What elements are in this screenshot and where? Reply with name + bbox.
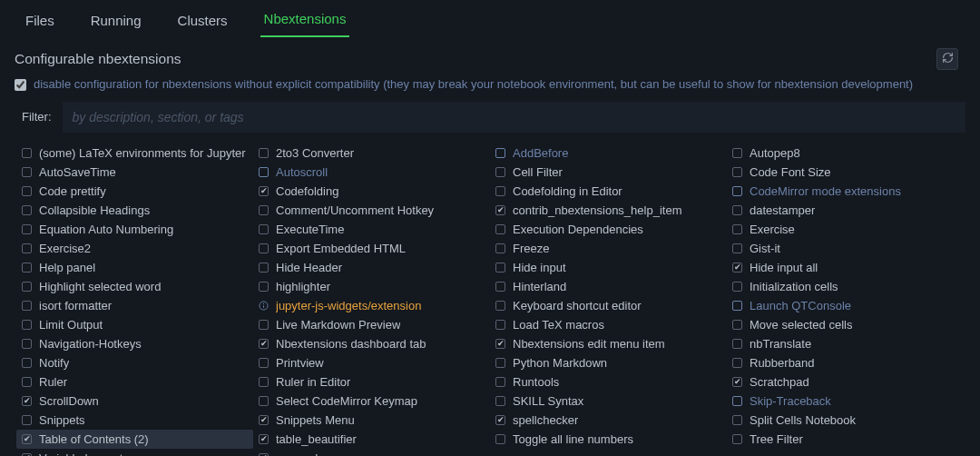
extension-row[interactable]: Exercise <box>727 220 964 239</box>
extension-checkbox[interactable] <box>495 396 505 406</box>
extension-row[interactable]: Autoscroll <box>253 163 490 182</box>
extension-checkbox[interactable] <box>732 320 742 330</box>
extension-checkbox[interactable] <box>22 243 32 253</box>
extension-row[interactable]: Code prettify <box>16 182 253 201</box>
extension-row[interactable]: Snippets Menu <box>253 411 490 430</box>
extension-row[interactable]: 2to3 Converter <box>253 144 490 163</box>
extension-checkbox[interactable] <box>495 320 505 330</box>
extension-checkbox[interactable] <box>22 434 32 444</box>
extension-row[interactable]: Navigation-Hotkeys <box>16 334 253 353</box>
extension-row[interactable]: spellchecker <box>490 411 727 430</box>
extension-row[interactable]: Help panel <box>16 258 253 277</box>
extension-row[interactable]: Snippets <box>16 411 253 430</box>
extension-checkbox[interactable] <box>495 358 505 368</box>
extension-checkbox[interactable] <box>259 339 269 349</box>
extension-checkbox[interactable] <box>732 224 742 234</box>
extension-row[interactable]: Code Font Size <box>727 163 964 182</box>
extension-row[interactable]: Move selected cells <box>727 315 964 334</box>
extension-checkbox[interactable] <box>495 434 505 444</box>
tab-running[interactable]: Running <box>87 9 145 37</box>
extension-row[interactable]: Gist-it <box>727 239 964 258</box>
extension-checkbox[interactable] <box>22 186 32 196</box>
extension-row[interactable]: Nbextensions dashboard tab <box>253 334 490 353</box>
extension-checkbox[interactable] <box>22 282 32 292</box>
extension-row[interactable]: Hinterland <box>490 277 727 296</box>
extension-checkbox[interactable] <box>22 320 32 330</box>
extension-checkbox[interactable] <box>22 148 32 158</box>
extension-row[interactable]: datestamper <box>727 201 964 220</box>
extension-checkbox[interactable] <box>732 186 742 196</box>
extension-row[interactable]: Rubberband <box>727 353 964 372</box>
extension-checkbox[interactable] <box>732 339 742 349</box>
extension-row[interactable]: Execution Dependencies <box>490 220 727 239</box>
extension-row[interactable]: Hide Header <box>253 258 490 277</box>
extension-checkbox[interactable] <box>259 205 269 215</box>
extension-checkbox[interactable] <box>259 224 269 234</box>
extension-row[interactable]: Equation Auto Numbering <box>16 220 253 239</box>
extension-checkbox[interactable] <box>495 339 505 349</box>
extension-row[interactable]: Table of Contents (2) <box>16 430 253 449</box>
extension-checkbox[interactable] <box>259 377 269 387</box>
extension-checkbox[interactable] <box>22 205 32 215</box>
extension-checkbox[interactable] <box>495 263 505 273</box>
extension-checkbox[interactable] <box>259 263 269 273</box>
extension-checkbox[interactable] <box>259 282 269 292</box>
extension-checkbox[interactable] <box>732 377 742 387</box>
extension-row[interactable]: Select CodeMirror Keymap <box>253 392 490 411</box>
extension-checkbox[interactable] <box>22 396 32 406</box>
extension-row[interactable]: nbTranslate <box>727 334 964 353</box>
extension-checkbox[interactable] <box>259 148 269 158</box>
compat-label[interactable]: disable configuration for nbextensions w… <box>34 77 913 93</box>
extension-row[interactable]: Export Embedded HTML <box>253 239 490 258</box>
extension-row[interactable]: Freeze <box>490 239 727 258</box>
extension-row[interactable]: Comment/Uncomment Hotkey <box>253 201 490 220</box>
extension-checkbox[interactable] <box>495 186 505 196</box>
extension-row[interactable]: jupyter-js-widgets/extension <box>253 296 490 315</box>
extension-checkbox[interactable] <box>732 301 742 311</box>
extension-checkbox[interactable] <box>259 415 269 425</box>
tab-files[interactable]: Files <box>22 9 58 37</box>
extension-checkbox[interactable] <box>22 358 32 368</box>
tab-nbextensions[interactable]: Nbextensions <box>260 7 350 37</box>
extension-checkbox[interactable] <box>259 167 269 177</box>
extension-checkbox[interactable] <box>732 167 742 177</box>
filter-input[interactable] <box>63 102 966 133</box>
extension-checkbox[interactable] <box>495 224 505 234</box>
extension-row[interactable]: Ruler in Editor <box>253 372 490 392</box>
extension-row[interactable]: Split Cells Notebook <box>727 411 964 430</box>
extension-checkbox[interactable] <box>259 434 269 444</box>
extension-row[interactable]: Python Markdown <box>490 353 727 372</box>
extension-checkbox[interactable] <box>732 434 742 444</box>
extension-row[interactable]: SKILL Syntax <box>490 392 727 411</box>
extension-row[interactable]: Nbextensions edit menu item <box>490 334 727 353</box>
extension-checkbox[interactable] <box>22 301 32 311</box>
extension-row[interactable]: CodeMirror mode extensions <box>727 182 964 201</box>
extension-row[interactable]: Toggle all line numbers <box>490 430 727 449</box>
extension-row[interactable]: Hide input all <box>727 258 964 277</box>
extension-row[interactable]: Codefolding in Editor <box>490 182 727 201</box>
extension-row[interactable]: Collapsible Headings <box>16 201 253 220</box>
extension-checkbox[interactable] <box>259 243 269 253</box>
extension-checkbox[interactable] <box>495 148 505 158</box>
extension-row[interactable]: Scratchpad <box>727 372 964 392</box>
extension-row[interactable]: Hide input <box>490 258 727 277</box>
extension-row[interactable]: (some) LaTeX environments for Jupyter <box>16 144 253 163</box>
extension-checkbox[interactable] <box>495 301 505 311</box>
extension-checkbox[interactable] <box>259 396 269 406</box>
extension-row[interactable]: contrib_nbextensions_help_item <box>490 201 727 220</box>
extension-row[interactable]: Limit Output <box>16 315 253 334</box>
extension-row[interactable]: Cell Filter <box>490 163 727 182</box>
extension-checkbox[interactable] <box>495 243 505 253</box>
extension-row[interactable]: Load TeX macros <box>490 315 727 334</box>
extension-row[interactable]: ExecuteTime <box>253 220 490 239</box>
extension-row[interactable]: isort formatter <box>16 296 253 315</box>
extension-row[interactable]: Notify <box>16 353 253 372</box>
extension-checkbox[interactable] <box>259 320 269 330</box>
extension-row[interactable]: AddBefore <box>490 144 727 163</box>
extension-checkbox[interactable] <box>732 205 742 215</box>
extension-checkbox[interactable] <box>732 415 742 425</box>
extension-row[interactable]: Keyboard shortcut editor <box>490 296 727 315</box>
extension-checkbox[interactable] <box>259 186 269 196</box>
extension-checkbox[interactable] <box>22 167 32 177</box>
extension-row[interactable]: Runtools <box>490 372 727 392</box>
